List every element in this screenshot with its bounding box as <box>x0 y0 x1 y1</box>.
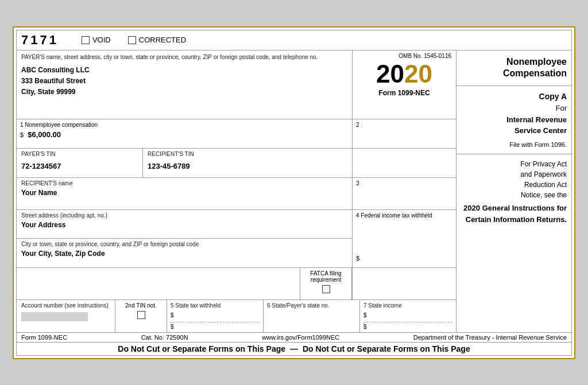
recipient-name-cell: RECIPIENT'S name Your Name <box>17 178 353 209</box>
footer-info-row: Form 1099-NEC Cat. No. 72590N www.irs.go… <box>17 333 571 343</box>
box1-value: $6,000.00 <box>28 130 61 139</box>
copy-a-line1: Copy A <box>461 91 567 103</box>
address-section: Street address (including apt. no.) Your… <box>17 210 353 267</box>
street-cell: Street address (including apt. no.) Your… <box>17 210 352 239</box>
year-display: 2020 <box>376 61 432 87</box>
void-label: VOID <box>92 36 111 44</box>
street-label: Street address (including apt. no.) <box>21 212 347 219</box>
street-value: Your Address <box>21 221 347 229</box>
box7-label: 7 State income <box>363 302 452 309</box>
recipient-tin-value: 123-45-6789 <box>148 162 347 170</box>
footer-warning1: Do Not Cut or Separate Forms on This Pag… <box>118 344 285 353</box>
city-label: City or town, state or province, country… <box>21 241 347 247</box>
box5-dollar1: $ <box>171 312 260 318</box>
form-id: Form 1099-NEC <box>378 89 430 97</box>
account-state-row: Account number (see instructions) 2nd TI… <box>17 300 456 332</box>
year-first: 20 <box>376 60 404 88</box>
box5-label: 5 State tax withheld <box>171 302 260 309</box>
box1-label: 1 Nonemployee compensation <box>20 122 349 128</box>
privacy-line2: and Paperwork <box>461 169 567 180</box>
recipient-tin-label: RECIPIENT'S TIN <box>148 151 347 157</box>
copy-a-line4: Service Center <box>461 125 567 137</box>
form-title: Nonemployee Compensation <box>457 50 571 87</box>
footer-dash: — <box>290 344 298 353</box>
box3-label: 3 <box>356 180 452 186</box>
fatca-label2: requirement <box>304 277 348 283</box>
right-panel: Nonemployee Compensation Copy A For Inte… <box>457 50 571 332</box>
recipient-tin-cell: RECIPIENT'S TIN 123-45-6789 <box>143 149 353 177</box>
year-second: 20 <box>404 60 432 88</box>
tax-form: 7171 VOID CORRECTED PAYER'S name, s <box>13 26 575 359</box>
box4-cell: 4 Federal income tax withheld $ <box>353 210 456 267</box>
box6-label: 6 State/Payer's state no. <box>267 302 356 309</box>
box1-dollar: $ $6,000.00 <box>20 130 349 139</box>
box1-cell: 1 Nonemployee compensation $ $6,000.00 <box>17 119 353 148</box>
fatca-left: FATCA filing requirement <box>17 268 353 300</box>
privacy-line3: Reduction Act <box>461 180 567 190</box>
account-label: Account number (see instructions) <box>21 302 110 309</box>
box2-lower <box>353 149 456 177</box>
payer-details: ABC Consulting LLC 333 Beautiful Street … <box>21 65 347 98</box>
city-value: Your City, State, Zip Code <box>21 250 347 258</box>
footer-form: Form 1099-NEC <box>21 334 67 341</box>
box7-dollar2: $ <box>363 322 452 330</box>
privacy-line1: For Privacy Act <box>461 159 567 169</box>
form-header: 7171 VOID CORRECTED <box>17 30 571 50</box>
fatca-spacer <box>17 268 300 300</box>
box4-label: 4 Federal income tax withheld <box>356 212 452 219</box>
omb-number: OMB No. 1545-0116 <box>357 53 451 59</box>
box2-label: 2 <box>356 122 452 128</box>
payer-city: City, State 99999 <box>21 87 347 98</box>
corrected-checkbox-label[interactable]: CORRECTED <box>128 36 186 44</box>
privacy-line4: Notice, see the <box>461 190 567 200</box>
payer-label: PAYER'S name, street address, city or to… <box>21 54 347 60</box>
footer-warning: Do Not Cut or Separate Forms on This Pag… <box>17 343 571 355</box>
corrected-label: CORRECTED <box>139 36 186 44</box>
payer-info: PAYER'S name, street address, city or to… <box>17 50 353 119</box>
account-cell: Account number (see instructions) <box>17 300 115 332</box>
box-placeholder <box>353 268 456 300</box>
box7-cell: 7 State income $ $ <box>360 300 456 332</box>
copy-a-line2: For <box>461 103 567 114</box>
payer-tin-cell: PAYER'S TIN 72-1234567 <box>17 149 143 177</box>
tin2-checkbox[interactable] <box>137 311 145 319</box>
copy-a-section: Copy A For Internal Revenue Service Cent… <box>457 86 571 154</box>
footer-url: www.irs.gov/Form1099NEC <box>262 334 339 341</box>
title-line1: Nonemployee <box>461 56 567 68</box>
payer-name: ABC Consulting LLC <box>21 65 347 76</box>
tin2-cell: 2nd TIN not. <box>115 300 167 332</box>
title-line2: Compensation <box>461 68 567 80</box>
footer-cat: Cat. No. 72590N <box>141 334 188 341</box>
recipient-name-value: Your Name <box>21 189 347 197</box>
privacy-bold: 2020 General Instructions for Certain In… <box>461 203 567 225</box>
box4-dollar: $ <box>356 255 452 265</box>
box2-cell: 2 <box>353 119 456 148</box>
payer-tin-value: 72-1234567 <box>21 162 138 170</box>
corrected-checkbox[interactable] <box>128 36 136 44</box>
box7-dollar1: $ <box>363 312 452 318</box>
footer-warning2: Do Not Cut or Separate Forms on This Pag… <box>303 344 470 353</box>
city-cell: City or town, state or province, country… <box>17 239 352 267</box>
box5-cell: 5 State tax withheld $ $ <box>167 300 264 332</box>
void-checkbox-label[interactable]: VOID <box>82 36 111 44</box>
account-input[interactable] <box>21 312 88 321</box>
box3-cell: 3 <box>353 178 456 209</box>
payer-tin-label: PAYER'S TIN <box>21 151 138 157</box>
copy-a-line3: Internal Revenue <box>461 114 567 126</box>
fatca-label1: FATCA filing <box>304 270 348 277</box>
box6-cell: 6 State/Payer's state no. <box>264 300 360 332</box>
fatca-cell: FATCA filing requirement <box>300 268 352 300</box>
box5-dollar2: $ <box>171 322 260 330</box>
recipient-name-label: RECIPIENT'S name <box>21 180 347 186</box>
year-omb-cell: OMB No. 1545-0116 2020 Form 1099-NEC <box>353 50 456 119</box>
tin2-label: 2nd TIN not. <box>119 302 163 309</box>
privacy-section: For Privacy Act and Paperwork Reduction … <box>457 154 571 332</box>
form-number: 7171 <box>21 33 59 48</box>
file-with: File with Form 1096. <box>461 140 567 150</box>
footer-dept: Department of the Treasury - Internal Re… <box>413 334 567 341</box>
void-checkbox[interactable] <box>82 36 90 44</box>
fatca-checkbox[interactable] <box>322 285 330 293</box>
payer-address: 333 Beautiful Street <box>21 76 347 87</box>
